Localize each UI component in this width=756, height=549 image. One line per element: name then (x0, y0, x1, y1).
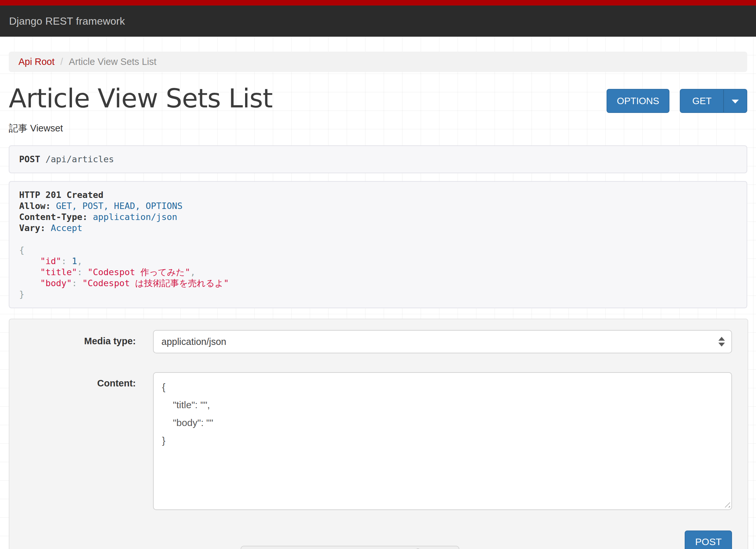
partial-bottom-panel (241, 546, 459, 549)
top-accent-bar (0, 0, 756, 6)
title-row: Article View Sets List OPTIONS GET (9, 85, 747, 113)
breadcrumb: Api Root / Article View Sets List (9, 52, 747, 72)
post-submit-button[interactable]: POST (685, 531, 732, 549)
media-type-row: Media type: application/json (9, 330, 732, 353)
media-type-value: application/json (161, 337, 226, 347)
options-button[interactable]: OPTIONS (607, 89, 670, 113)
request-method: POST (19, 154, 40, 164)
header-actions: OPTIONS GET (607, 89, 747, 113)
media-type-select[interactable]: application/json (153, 330, 732, 353)
page-title: Article View Sets List (9, 85, 273, 112)
content-row: Content: { "title": "", "body": "" } (9, 372, 732, 510)
caret-down-icon (732, 100, 739, 103)
get-dropdown-toggle[interactable] (723, 89, 747, 113)
media-type-label: Media type: (9, 330, 136, 347)
view-description: 記事 Viewset (9, 122, 747, 135)
breadcrumb-separator: / (60, 56, 63, 67)
response-block: HTTP 201 Created Allow: GET, POST, HEAD,… (9, 181, 747, 308)
navbar: Django REST framework (0, 6, 756, 37)
updown-stepper-icon (718, 337, 725, 347)
request-line: POST /api/articles (9, 145, 747, 173)
breadcrumb-link-api-root[interactable]: Api Root (18, 56, 54, 67)
get-button-group: GET (680, 89, 747, 113)
post-form-panel: Media type: application/json Content: { … (9, 319, 748, 549)
get-button[interactable]: GET (680, 89, 723, 113)
content-label: Content: (9, 372, 136, 389)
navbar-brand[interactable]: Django REST framework (9, 15, 125, 27)
content-textarea[interactable]: { "title": "", "body": "" } (153, 372, 732, 510)
breadcrumb-current: Article View Sets List (69, 56, 156, 67)
request-path: /api/articles (40, 154, 114, 164)
